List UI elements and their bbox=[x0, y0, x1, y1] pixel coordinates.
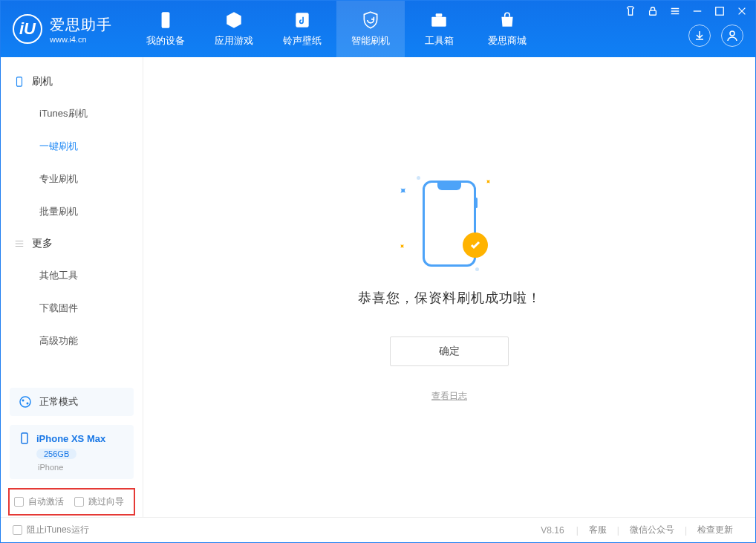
nav-apps-games[interactable]: 应用游戏 bbox=[200, 1, 268, 57]
nav-label: 爱思商城 bbox=[488, 34, 527, 48]
mode-card[interactable]: 正常模式 bbox=[10, 388, 134, 416]
refresh-shield-icon bbox=[361, 10, 380, 30]
nav-label: 智能刷机 bbox=[351, 34, 390, 48]
cube-icon bbox=[224, 10, 244, 30]
mode-icon bbox=[19, 395, 32, 409]
svg-rect-0 bbox=[162, 12, 170, 28]
checkbox-label: 阻止iTunes运行 bbox=[27, 524, 89, 536]
ok-button[interactable]: 确定 bbox=[390, 336, 509, 366]
body: 刷机 iTunes刷机 一键刷机 专业刷机 批量刷机 更多 其他工具 下载固件 … bbox=[1, 57, 755, 517]
app-title: 爱思助手 bbox=[50, 15, 112, 35]
svg-point-9 bbox=[22, 400, 25, 402]
nav-smart-flash[interactable]: 智能刷机 bbox=[336, 1, 405, 57]
sidebar-group-flash: 刷机 bbox=[1, 66, 143, 97]
music-icon bbox=[293, 10, 312, 30]
sidebar-group-more: 更多 bbox=[1, 228, 143, 259]
device-name: iPhone XS Max bbox=[36, 433, 105, 444]
main-content: ✦ ✦ ✦ 恭喜您，保资料刷机成功啦！ 确定 查看日志 bbox=[143, 57, 755, 517]
device-capacity: 256GB bbox=[36, 449, 76, 459]
nav-label: 工具箱 bbox=[425, 34, 454, 48]
group-title: 更多 bbox=[32, 237, 53, 250]
app-window: iU 爱思助手 www.i4.cn 我的设备 应用游戏 铃声壁纸 智能刷机 bbox=[0, 0, 756, 543]
sidebar-item-other-tools[interactable]: 其他工具 bbox=[1, 259, 143, 292]
link-check-update[interactable]: 检查更新 bbox=[687, 524, 743, 536]
sidebar-item-pro-flash[interactable]: 专业刷机 bbox=[1, 163, 143, 195]
sidebar-item-oneclick-flash[interactable]: 一键刷机 bbox=[1, 130, 143, 163]
checkbox-label: 自动激活 bbox=[28, 495, 64, 508]
view-log-link[interactable]: 查看日志 bbox=[431, 390, 467, 403]
user-button[interactable] bbox=[721, 25, 743, 47]
main-nav: 我的设备 应用游戏 铃声壁纸 智能刷机 工具箱 爱思商城 bbox=[131, 1, 541, 57]
minimize-button[interactable] bbox=[691, 5, 703, 17]
svg-point-6 bbox=[730, 31, 734, 36]
success-message: 恭喜您，保资料刷机成功啦！ bbox=[358, 289, 541, 307]
download-button[interactable] bbox=[688, 25, 711, 47]
maximize-button[interactable] bbox=[714, 5, 726, 17]
toolbox-icon bbox=[429, 10, 449, 30]
window-controls bbox=[625, 5, 748, 17]
titlebar: iU 爱思助手 www.i4.cn 我的设备 应用游戏 铃声壁纸 智能刷机 bbox=[1, 1, 755, 57]
app-url: www.i4.cn bbox=[50, 35, 112, 44]
statusbar: 阻止iTunes运行 V8.16 | 客服 | 微信公众号 | 检查更新 bbox=[1, 517, 755, 542]
svg-rect-11 bbox=[22, 433, 27, 443]
svg-point-8 bbox=[20, 397, 30, 407]
nav-label: 铃声壁纸 bbox=[283, 34, 322, 48]
sparkle-icon: ✦ bbox=[483, 177, 492, 186]
nav-my-device[interactable]: 我的设备 bbox=[131, 1, 200, 57]
sidebar-item-itunes-flash[interactable]: iTunes刷机 bbox=[1, 97, 143, 130]
version-label: V8.16 bbox=[541, 525, 564, 536]
logo-icon: iU bbox=[13, 14, 42, 44]
nav-toolbox[interactable]: 工具箱 bbox=[405, 1, 473, 57]
sidebar-item-advanced[interactable]: 高级功能 bbox=[1, 325, 143, 357]
sidebar-item-batch-flash[interactable]: 批量刷机 bbox=[1, 195, 143, 228]
sparkle-icon: ✦ bbox=[397, 241, 406, 251]
dot-icon bbox=[475, 267, 479, 271]
checkbox-label: 跳过向导 bbox=[88, 495, 124, 508]
link-customer-service[interactable]: 客服 bbox=[579, 524, 617, 536]
header-actions bbox=[688, 25, 743, 47]
nav-ringtone-wallpaper[interactable]: 铃声壁纸 bbox=[268, 1, 336, 57]
nav-label: 应用游戏 bbox=[215, 34, 253, 48]
svg-rect-7 bbox=[17, 77, 22, 86]
menu-icon[interactable] bbox=[669, 5, 681, 17]
bag-icon bbox=[498, 10, 517, 30]
svg-rect-1 bbox=[296, 13, 308, 27]
svg-rect-3 bbox=[436, 13, 443, 16]
bottom-options-highlight: 自动激活 跳过向导 bbox=[8, 488, 135, 516]
phone-icon bbox=[14, 77, 25, 87]
device-type: iPhone bbox=[38, 463, 125, 472]
checkbox-icon bbox=[14, 497, 24, 507]
check-badge-icon bbox=[463, 233, 488, 258]
sparkle-icon: ✦ bbox=[396, 183, 411, 198]
app-logo: iU 爱思助手 www.i4.cn bbox=[1, 14, 124, 44]
sidebar: 刷机 iTunes刷机 一键刷机 专业刷机 批量刷机 更多 其他工具 下载固件 … bbox=[1, 57, 143, 517]
device-icon bbox=[156, 10, 175, 30]
nav-label: 我的设备 bbox=[146, 34, 185, 48]
success-illustration: ✦ ✦ ✦ bbox=[397, 172, 501, 276]
nav-store[interactable]: 爱思商城 bbox=[473, 1, 541, 57]
device-phone-icon bbox=[19, 432, 30, 444]
checkbox-stop-itunes[interactable]: 阻止iTunes运行 bbox=[13, 524, 89, 536]
device-card[interactable]: iPhone XS Max 256GB iPhone bbox=[10, 425, 134, 479]
group-title: 刷机 bbox=[32, 75, 53, 88]
link-wechat[interactable]: 微信公众号 bbox=[619, 524, 685, 536]
svg-rect-5 bbox=[716, 7, 724, 16]
svg-rect-4 bbox=[650, 10, 656, 15]
close-button[interactable] bbox=[736, 5, 748, 17]
checkbox-auto-activate[interactable]: 自动激活 bbox=[14, 495, 64, 508]
sidebar-item-download-firmware[interactable]: 下载固件 bbox=[1, 292, 143, 325]
dot-icon bbox=[417, 176, 420, 180]
checkbox-icon bbox=[74, 497, 84, 507]
shirt-icon[interactable] bbox=[625, 5, 636, 17]
svg-point-10 bbox=[27, 403, 29, 405]
lock-icon[interactable] bbox=[647, 5, 659, 17]
svg-rect-2 bbox=[431, 17, 446, 27]
mode-label: 正常模式 bbox=[39, 395, 78, 409]
checkbox-icon bbox=[13, 525, 22, 535]
list-icon bbox=[14, 238, 25, 249]
checkbox-skip-guide[interactable]: 跳过向导 bbox=[74, 495, 124, 508]
